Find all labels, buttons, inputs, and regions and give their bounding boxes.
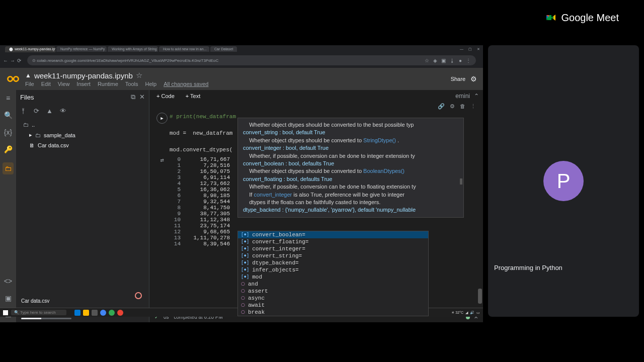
autocomplete-item[interactable]: ⎔break	[238, 309, 428, 316]
nav-back-icon[interactable]: ←	[3, 58, 8, 63]
ext-icon[interactable]: ▣	[441, 58, 446, 63]
profile-icon[interactable]: ●	[459, 58, 462, 63]
menu-runtime[interactable]: Runtime	[98, 81, 118, 87]
cell-settings-icon[interactable]: ⚙	[450, 103, 455, 110]
tray-clock[interactable]: ▭	[476, 311, 480, 315]
menu-file[interactable]: File	[25, 81, 34, 87]
maximize-icon[interactable]: ▢	[468, 47, 472, 51]
completion-kind-icon: [●]	[241, 267, 249, 273]
vars-icon[interactable]: {x}	[4, 128, 12, 136]
tree-file[interactable]: 🗎Car data.csv	[20, 140, 145, 150]
row-index: 11	[170, 223, 184, 229]
cell-link-icon[interactable]: 🔗	[438, 103, 445, 110]
autocomplete-item[interactable]: ⎔and	[238, 281, 428, 288]
code-icon[interactable]: <>	[4, 277, 12, 285]
row-value: 8,39,546	[184, 241, 234, 247]
browser-tabs: ⬤week11-numpy-pandas.ipy NumPy reference…	[0, 45, 483, 53]
ext-icon[interactable]: ◈	[433, 58, 437, 63]
browser-tab[interactable]: How to add new row in an...	[159, 46, 209, 52]
close-panel-icon[interactable]: ✕	[139, 93, 145, 101]
row-index: 14	[170, 241, 184, 247]
cell-delete-icon[interactable]: 🗑	[460, 103, 465, 110]
row-value: 16,71,667	[184, 156, 234, 162]
address-bar[interactable]: ⊙ colab.research.google.com/drive/1EaDts…	[27, 55, 476, 65]
autocomplete-item[interactable]: ⎔assert	[238, 288, 428, 295]
browser-tab[interactable]: NumPy reference — NumPy	[56, 46, 107, 52]
completion-kind-icon: [●]	[241, 246, 249, 251]
completion-label: async	[248, 295, 265, 301]
tree-folder[interactable]: ▸🗀sample_data	[20, 130, 145, 140]
row-value: 9,32,544	[184, 199, 234, 205]
taskbar-app-icon[interactable]	[109, 310, 115, 316]
add-text-button[interactable]: + Text	[183, 92, 203, 100]
autocomplete-item[interactable]: [●]convert_floating=	[238, 238, 428, 245]
refresh-icon[interactable]: ⟳	[34, 107, 39, 115]
taskbar-app-icon[interactable]	[100, 310, 106, 316]
menu-tools[interactable]: Tools	[125, 81, 138, 87]
download-icon[interactable]: ⭳	[450, 58, 455, 63]
row-index: 10	[170, 217, 184, 223]
shared-screen: ⬤week11-numpy-pandas.ipy NumPy reference…	[0, 45, 483, 317]
menu-edit[interactable]: Edit	[41, 81, 51, 87]
star-icon[interactable]: ☆	[136, 71, 142, 80]
file-icon: 🗎	[29, 142, 35, 148]
completion-label: await	[248, 302, 265, 308]
browser-tab[interactable]: Working with Arrays of String	[108, 46, 158, 52]
minimize-icon[interactable]: —	[460, 47, 463, 51]
autocomplete-item[interactable]: [●]dtype_backend=	[238, 259, 428, 266]
reload-icon[interactable]: ⟳	[17, 58, 21, 63]
menu-insert[interactable]: Insert	[76, 81, 91, 87]
menu-help[interactable]: Help	[145, 81, 157, 87]
autocomplete-item[interactable]: [●]convert_string=	[238, 252, 428, 259]
browser-tab[interactable]: Car Dataset	[210, 46, 237, 52]
gemini-button[interactable]: emini	[455, 93, 470, 100]
add-code-button[interactable]: + Code	[153, 92, 178, 100]
row-value: 8,41,750	[184, 205, 234, 211]
tooltip-scrollbar[interactable]	[460, 178, 462, 185]
tree-root[interactable]: 🗀..	[20, 120, 145, 130]
run-cell-button[interactable]: ▶	[156, 113, 168, 124]
row-value: 9,68,665	[184, 229, 234, 235]
close-icon[interactable]: ✕	[477, 47, 480, 51]
toggle-hidden-icon[interactable]: 👁	[60, 107, 66, 115]
settings-icon[interactable]: ⚙	[470, 75, 477, 83]
taskbar-app-icon[interactable]	[117, 310, 123, 316]
share-button[interactable]: Share	[451, 76, 465, 82]
autocomplete-item[interactable]: [●]convert_boolean=	[238, 231, 428, 238]
notebook-title[interactable]: ▲ week11-numpy-pandas.ipynb ☆	[25, 71, 446, 80]
notebook-scrollbar[interactable]	[478, 289, 482, 304]
menu-view[interactable]: View	[58, 81, 70, 87]
new-window-icon[interactable]: ⧉	[131, 93, 135, 101]
secrets-icon[interactable]: 🔑	[4, 145, 13, 153]
row-value: 23,75,174	[184, 223, 234, 229]
taskbar-app-icon[interactable]	[92, 310, 98, 316]
menu-icon[interactable]: ⋮	[466, 58, 471, 63]
toc-icon[interactable]: ≡	[6, 94, 10, 102]
browser-tab[interactable]: ⬤week11-numpy-pandas.ipy	[5, 46, 55, 52]
collapse-icon[interactable]: ⌃	[474, 93, 479, 100]
autocomplete-item[interactable]: [●]infer_objects=	[238, 266, 428, 274]
tray-icon[interactable]: ◢	[465, 311, 468, 315]
taskbar-app-icon[interactable]	[83, 310, 89, 316]
mount-drive-icon[interactable]: ▲	[46, 107, 53, 115]
taskbar-search[interactable]: 🔍 Type here to search	[11, 310, 66, 315]
search-icon[interactable]: 🔍	[4, 111, 13, 119]
autocomplete-item[interactable]: [●]convert_integer=	[238, 245, 428, 252]
autocomplete-item[interactable]: ⎔async	[238, 295, 428, 302]
upload-icon[interactable]: ⭱	[20, 107, 27, 115]
windows-start-icon[interactable]	[3, 310, 8, 315]
star-icon[interactable]: ☆	[425, 58, 429, 63]
completion-kind-icon: [●]	[241, 260, 249, 265]
row-index: 2	[170, 168, 184, 174]
terminal-icon[interactable]: ▣	[5, 294, 12, 302]
cell-more-icon[interactable]: ⋮	[470, 103, 476, 110]
nav-forward-icon[interactable]: →	[10, 58, 15, 63]
autocomplete-item[interactable]: [●]mod	[238, 274, 428, 281]
taskbar-app-icon[interactable]	[74, 310, 80, 316]
files-icon[interactable]: 🗀	[3, 162, 14, 174]
weather-widget[interactable]: ☀ 32°C	[451, 311, 463, 315]
completion-kind-icon: [●]	[241, 232, 249, 237]
autocomplete-item[interactable]: ⎔await	[238, 302, 428, 309]
tray-icon[interactable]: 🔊	[470, 311, 474, 315]
output-toggle-icon[interactable]: ⇄	[160, 156, 164, 164]
